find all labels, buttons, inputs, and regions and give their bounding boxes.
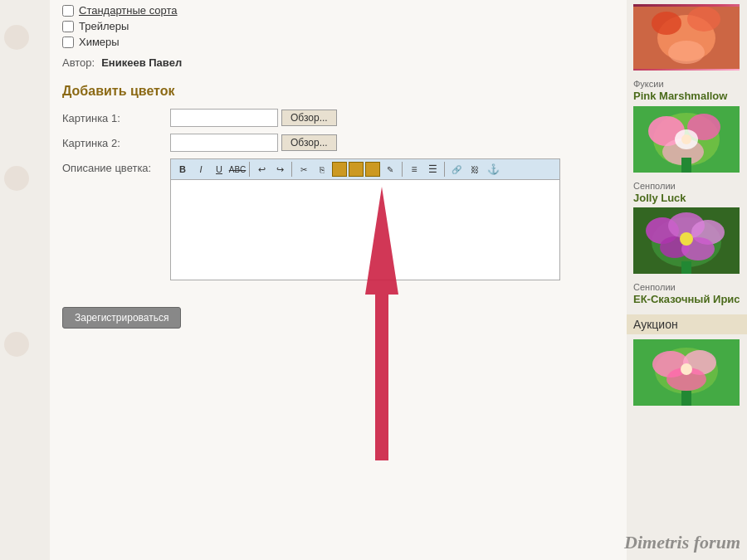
- rte-ul-button[interactable]: ≡: [406, 161, 422, 178]
- checkbox-trailers: Трейлеры: [62, 20, 614, 32]
- svg-point-21: [680, 232, 693, 246]
- svg-point-3: [652, 12, 681, 35]
- rte-separator-4: [444, 162, 445, 177]
- picture1-input-group: Обзор...: [170, 109, 337, 127]
- auction-section: Аукцион: [633, 314, 740, 406]
- card-pink-marshmallow-title[interactable]: Pink Marshmallow: [633, 90, 740, 103]
- rte-paste-text-button[interactable]: [349, 162, 364, 177]
- rte-separator-3: [402, 162, 403, 177]
- picture1-row: Картинка 1: Обзор...: [62, 109, 614, 127]
- rich-text-editor: B I U ABC ↩ ↪ ✂ ⎘ ✎: [170, 158, 560, 280]
- checkbox-standard-input[interactable]: [62, 5, 74, 17]
- card-jolly-luck-title[interactable]: Jolly Luck: [633, 192, 740, 205]
- checkbox-standard-label: Стандартные сорта: [79, 4, 178, 17]
- rte-ol-button[interactable]: ☰: [424, 161, 441, 178]
- sidebar-card-ek-iris: Сенполии ЕК-Сказочный Ирис: [633, 282, 740, 306]
- svg-point-5: [668, 41, 705, 64]
- top-flower-image: [633, 4, 740, 71]
- rte-redo-button[interactable]: ↪: [271, 161, 288, 178]
- decorative-circle-top: [4, 25, 29, 50]
- sidebar-card-jolly-luck: Сенполии Jolly Luck: [633, 181, 740, 275]
- decorative-circle-bot: [4, 332, 29, 357]
- author-section: Автор: Еникеев Павел: [62, 56, 614, 69]
- main-content: Стандартные сорта Трейлеры Химеры Автор:…: [50, 0, 627, 560]
- rte-underline-button[interactable]: U: [211, 161, 227, 178]
- checkbox-chimeras-label: Химеры: [79, 36, 120, 48]
- rte-spellcheck-button[interactable]: ✎: [382, 161, 398, 178]
- sidebar-card-pink-marshmallow: Фуксии Pink Marshmallow: [633, 79, 740, 173]
- svg-rect-29: [681, 391, 691, 406]
- svg-point-28: [681, 363, 692, 375]
- description-label: Описание цветка:: [62, 158, 170, 174]
- rte-link-button[interactable]: 🔗: [448, 161, 465, 178]
- auction-header: Аукцион: [627, 314, 747, 334]
- card-ek-iris-title[interactable]: ЕК-Сказочный Ирис: [633, 293, 740, 306]
- rte-separator-1: [249, 162, 250, 177]
- rte-undo-button[interactable]: ↩: [253, 161, 270, 178]
- picture1-browse-button[interactable]: Обзор...: [281, 110, 337, 126]
- jolly-luck-image: [633, 106, 740, 173]
- rte-paste-button[interactable]: [332, 162, 347, 177]
- rte-strikethrough-button[interactable]: ABC: [229, 161, 246, 178]
- svg-rect-13: [681, 158, 691, 173]
- register-button[interactable]: Зарегистрироваться: [62, 307, 181, 329]
- picture2-input-group: Обзор...: [170, 134, 337, 152]
- left-sidebar: [0, 0, 50, 560]
- rte-bold-button[interactable]: B: [174, 161, 191, 178]
- right-sidebar: Фуксии Pink Marshmallow Сенполии Jolly: [627, 0, 747, 560]
- svg-point-4: [687, 7, 720, 32]
- card-fuchsia-category: Фуксии: [633, 79, 740, 89]
- rte-anchor-button[interactable]: ⚓: [485, 161, 501, 178]
- card-saintpaulia-2-category: Сенполии: [633, 282, 740, 292]
- rte-unlink-button[interactable]: ⛓: [466, 161, 483, 178]
- picture1-label: Картинка 1:: [62, 112, 170, 124]
- author-name: Еникеев Павел: [101, 56, 182, 69]
- checkbox-chimeras-input[interactable]: [62, 37, 74, 48]
- description-row: Описание цветка: B I U ABC ↩ ↪ ✂ ⎘: [62, 158, 614, 280]
- picture2-browse-button[interactable]: Обзор...: [281, 134, 337, 151]
- checkbox-chimeras: Химеры: [62, 36, 614, 48]
- card-saintpaulia-1-category: Сенполии: [633, 181, 740, 191]
- sidebar-card-top-flower: [633, 4, 740, 71]
- author-label: Автор:: [62, 56, 95, 69]
- picture1-input[interactable]: [170, 109, 278, 127]
- auction-image: [633, 339, 740, 406]
- svg-rect-22: [681, 261, 691, 274]
- svg-point-12: [681, 134, 691, 144]
- checkbox-trailers-label: Трейлеры: [79, 20, 129, 32]
- checkboxes-section: Стандартные сорта Трейлеры Химеры: [62, 4, 614, 48]
- add-flower-title: Добавить цветок: [62, 84, 614, 99]
- decorative-circle-mid: [4, 166, 29, 191]
- rte-body[interactable]: [171, 180, 559, 280]
- rte-cut-button[interactable]: ✂: [295, 161, 312, 178]
- picture2-row: Картинка 2: Обзор...: [62, 134, 614, 152]
- add-flower-section: Добавить цветок Картинка 1: Обзор... Кар…: [62, 84, 614, 280]
- rte-separator-2: [291, 162, 292, 177]
- rte-italic-button[interactable]: I: [193, 161, 209, 178]
- checkbox-trailers-input[interactable]: [62, 21, 74, 32]
- checkbox-standard: Стандартные сорта: [62, 4, 614, 17]
- rte-toolbar: B I U ABC ↩ ↪ ✂ ⎘ ✎: [171, 159, 559, 180]
- picture2-input[interactable]: [170, 134, 278, 152]
- rte-copy-button[interactable]: ⎘: [314, 161, 330, 178]
- picture2-label: Картинка 2:: [62, 137, 170, 149]
- rte-paste-word-button[interactable]: [365, 162, 380, 177]
- ek-iris-image: [633, 207, 740, 274]
